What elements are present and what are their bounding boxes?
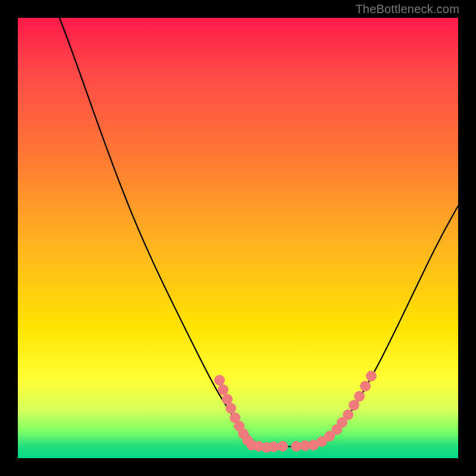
curve-marker bbox=[214, 375, 225, 386]
chart-frame: TheBottleneck.com bbox=[0, 0, 476, 476]
curve-svg bbox=[18, 18, 458, 458]
curve-marker bbox=[343, 409, 353, 420]
plot-area bbox=[18, 18, 458, 458]
watermark-text: TheBottleneck.com bbox=[355, 2, 459, 16]
curve-marker bbox=[218, 384, 228, 395]
main-curve bbox=[60, 18, 458, 447]
curve-marker bbox=[366, 371, 377, 381]
curve-marker bbox=[277, 441, 288, 452]
curve-marker bbox=[360, 381, 371, 392]
marker-group bbox=[214, 371, 377, 453]
curve-marker bbox=[354, 391, 365, 402]
curve-marker bbox=[349, 400, 359, 411]
curve-marker bbox=[226, 403, 236, 414]
